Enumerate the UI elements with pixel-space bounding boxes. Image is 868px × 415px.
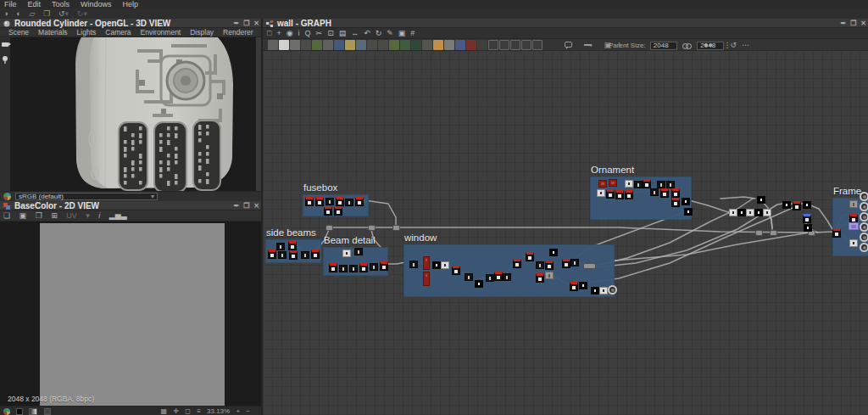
graph-canvas[interactable]: fuseboxside beamsBeam detailwindowOrname…	[263, 51, 868, 415]
graph-node[interactable]	[737, 209, 746, 216]
graph-node[interactable]	[860, 243, 868, 252]
graph-tool-icon-i[interactable]: i	[298, 28, 300, 39]
graph-tool-icon--[interactable]: ✎	[387, 28, 393, 39]
graph-node[interactable]	[336, 197, 344, 206]
link-size-icon[interactable]	[682, 42, 692, 49]
fit-icon[interactable]: ✛	[173, 407, 179, 415]
gradient-icon[interactable]	[29, 408, 37, 415]
node-type-icon-1[interactable]	[268, 40, 278, 50]
node-type-icon-7[interactable]	[334, 40, 344, 50]
2d-viewport[interactable]: 2048 x 2048 (RGBA, 8bpc)	[0, 222, 261, 415]
graph-node[interactable]	[615, 190, 624, 199]
graph-node[interactable]	[324, 206, 332, 216]
graph-node[interactable]	[326, 198, 334, 205]
node-type-icon-25[interactable]	[532, 40, 542, 50]
panel-3d-header[interactable]: Rounded Cylinder - OpenGL - 3D VIEW ✒❐✕	[0, 19, 261, 28]
graph-node[interactable]	[643, 179, 651, 188]
open-recent-icon[interactable]: ◐	[16, 8, 20, 19]
graph-node[interactable]	[860, 212, 868, 222]
instance-params-icon[interactable]: ●●	[704, 41, 713, 49]
graph-tool-icon--[interactable]: ◉	[287, 28, 293, 39]
graph-node[interactable]	[549, 249, 558, 256]
float-icon[interactable]: ❐	[850, 19, 856, 28]
graph-node[interactable]	[666, 181, 675, 188]
graph-node[interactable]	[536, 261, 544, 269]
graph-node[interactable]	[342, 250, 351, 257]
graph-node[interactable]	[289, 250, 298, 260]
camera-icon[interactable]	[2, 42, 8, 47]
graph-node[interactable]	[860, 192, 868, 201]
graph-tool-icon--[interactable]: ↻	[376, 28, 382, 39]
graph-node[interactable]	[591, 287, 599, 294]
save-icon[interactable]: ❐	[43, 8, 50, 19]
menu-item-windows[interactable]: Windows	[81, 0, 112, 8]
grid-icon[interactable]: ▦	[161, 407, 168, 415]
background-color-icon[interactable]	[16, 408, 23, 415]
background-sphere-icon[interactable]	[3, 408, 10, 415]
graph-node[interactable]	[276, 243, 285, 250]
graph-node[interactable]	[513, 259, 521, 268]
graph-tool-icon--[interactable]: ↔	[351, 28, 359, 39]
tab-environment[interactable]: Environment	[141, 28, 181, 37]
node-type-icon-10[interactable]	[367, 40, 377, 50]
graph-node[interactable]	[804, 224, 812, 232]
graph-node[interactable]	[562, 259, 570, 268]
node-type-icon-24[interactable]	[521, 40, 531, 50]
node-type-icon-8[interactable]	[345, 40, 355, 50]
graph-node[interactable]	[423, 256, 430, 270]
colorspace-select[interactable]: sRGB (default) ▾	[15, 193, 158, 200]
graph-node[interactable]	[494, 272, 503, 281]
graph-node[interactable]	[832, 228, 841, 238]
graph-node[interactable]	[465, 273, 473, 281]
presets-icon[interactable]: ⋯	[742, 41, 749, 49]
graph-node[interactable]	[606, 189, 615, 199]
graph-node[interactable]	[849, 200, 858, 208]
graph-node[interactable]	[409, 261, 418, 268]
graph-node[interactable]	[268, 250, 276, 259]
close-icon[interactable]: ✕	[253, 201, 259, 210]
graph-node[interactable]	[625, 190, 633, 199]
graph-node[interactable]	[793, 201, 801, 210]
node-type-icon-6[interactable]	[323, 40, 333, 50]
node-type-icon-12[interactable]	[389, 40, 399, 50]
texture-preview[interactable]	[40, 223, 225, 406]
dot-node[interactable]	[770, 230, 777, 236]
graph-node[interactable]	[860, 222, 868, 232]
comment-icon[interactable]	[565, 39, 577, 51]
graph-header[interactable]: wall - GRAPH ✒❐✕	[263, 19, 868, 28]
graph-node[interactable]	[278, 251, 287, 259]
close-icon[interactable]: ✕	[253, 19, 259, 28]
save-image-icon[interactable]: ▣	[19, 210, 27, 222]
graph-node[interactable]	[545, 272, 554, 279]
graph-node[interactable]	[288, 241, 297, 250]
tab-display[interactable]: Display	[190, 28, 214, 37]
graph-node[interactable]	[345, 199, 353, 206]
dot-node[interactable]	[368, 225, 376, 231]
graph-node[interactable]	[657, 181, 665, 188]
parent-size-select[interactable]: 2048▾	[650, 42, 677, 50]
graph-node[interactable]	[334, 206, 342, 216]
node-type-icon-4[interactable]	[301, 40, 311, 50]
graph-node[interactable]	[660, 188, 669, 198]
zoom-out-icon[interactable]: −	[246, 407, 250, 415]
dot-node[interactable]	[583, 263, 596, 269]
graph-node[interactable]	[370, 263, 378, 271]
graph-node[interactable]	[311, 250, 320, 259]
tab-lights[interactable]: Lights	[77, 28, 97, 37]
node-type-icon-17[interactable]	[444, 40, 454, 50]
graph-node[interactable]	[609, 179, 617, 187]
graph-node[interactable]	[432, 261, 441, 269]
node-type-icon-23[interactable]	[510, 40, 520, 50]
graph-node[interactable]	[380, 261, 388, 271]
tab-scene[interactable]: Scene	[8, 28, 29, 37]
graph-node[interactable]	[763, 209, 771, 216]
graph-node[interactable]	[754, 209, 763, 216]
graph-node[interactable]	[526, 252, 534, 261]
graph-node[interactable]	[570, 259, 579, 266]
graph-node[interactable]	[650, 188, 659, 196]
graph-node[interactable]	[486, 274, 494, 282]
undo-icon[interactable]: ↺▾	[58, 8, 69, 19]
zoom-in-icon[interactable]: +	[236, 407, 240, 415]
graph-node[interactable]	[503, 273, 511, 281]
graph-tool-icon--[interactable]: ⊡	[327, 28, 334, 39]
